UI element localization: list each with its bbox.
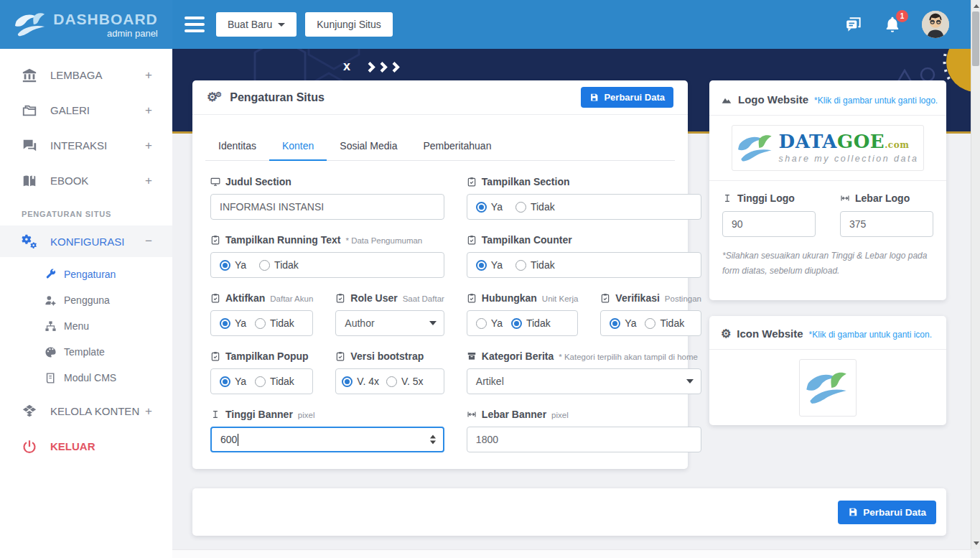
submenu-item-menu[interactable]: Menu — [0, 313, 172, 339]
vertical-scrollbar[interactable] — [971, 0, 980, 549]
arrows-width-icon — [467, 409, 477, 419]
field-tampilkan-section: Tampilkan Section Ya Tidak — [467, 175, 701, 220]
field-lebar-logo: Lebar Logo — [840, 192, 933, 237]
field-tampilkan-popup: Tampilkan Popup Ya Tidak — [210, 350, 313, 394]
lebar-banner-input[interactable] — [467, 427, 701, 452]
radio-icon — [610, 318, 620, 329]
checklist-icon — [467, 293, 477, 303]
submenu-item-pengaturan[interactable]: Pengaturan — [0, 261, 172, 287]
kategori-berita-select[interactable]: Artikel — [467, 368, 701, 394]
tab-konten[interactable]: Konten — [269, 132, 327, 160]
submenu-item-modul-cms[interactable]: Modul CMS — [0, 365, 172, 391]
field-lebar-banner: Lebar Banner pixel — [467, 408, 701, 452]
tinggi-logo-input[interactable] — [722, 211, 816, 237]
radio-option[interactable]: Ya — [476, 201, 503, 213]
scroll-down-arrow[interactable] — [974, 541, 979, 545]
radio-option[interactable]: Ya — [220, 259, 246, 271]
checklist-icon — [210, 351, 220, 361]
expand-icon: + — [145, 68, 152, 83]
field-tinggi-banner: Tinggi Banner pixel 600 — [210, 408, 444, 452]
menu-toggle-icon[interactable] — [185, 13, 206, 36]
text-height-icon — [210, 409, 220, 419]
radio-option[interactable]: Tidak — [511, 317, 551, 329]
gears-icon — [22, 233, 37, 249]
create-new-button[interactable]: Buat Baru — [216, 12, 297, 37]
radio-option[interactable]: Ya — [476, 317, 503, 329]
logo-word-data: DATA — [779, 131, 837, 152]
field-judul-section: Judul Section — [210, 175, 444, 220]
scroll-up-arrow[interactable] — [974, 4, 979, 8]
radio-option[interactable]: Tidak — [255, 376, 294, 387]
settings-tabs: Identitas Konten Sosial Media Pemberitah… — [205, 132, 675, 161]
radio-option[interactable]: V. 5x — [386, 376, 424, 387]
chat-icon — [22, 138, 37, 154]
notifications-bell-icon[interactable]: 1 — [883, 15, 902, 34]
brand-logo[interactable]: DASHBOARD admin panel — [0, 0, 172, 49]
sidebar-item-interaksi[interactable]: INTERAKSI + — [0, 128, 172, 163]
datagoe-bird-icon — [737, 133, 775, 163]
settings-card: ⚙⚙ Pengaturan Situs Perbarui Data Identi… — [192, 80, 688, 469]
radio-icon — [476, 202, 487, 213]
brand-title: DASHBOARD — [53, 11, 158, 27]
tinggi-banner-input[interactable]: 600 — [210, 427, 444, 452]
judul-section-input[interactable] — [210, 194, 444, 220]
radio-option[interactable]: Ya — [476, 259, 503, 271]
site-logo-image[interactable]: DATAGOE.com share my collection data — [732, 125, 924, 171]
radio-option[interactable]: V. 4x — [342, 376, 379, 387]
collapse-icon: − — [145, 234, 152, 248]
field-tampilkan-running-text: Tampilkan Running Text * Data Pengumuman… — [210, 233, 444, 278]
submenu-item-template[interactable]: Template — [0, 339, 172, 365]
gears-icon: ⚙⚙ — [207, 91, 224, 103]
site-icon-image[interactable] — [799, 359, 857, 417]
sidebar-item-keluar[interactable]: KELUAR — [0, 429, 172, 464]
text-height-icon — [722, 193, 732, 203]
radio-icon — [220, 260, 230, 271]
field-role-user: Role User Saat Daftar Author — [335, 292, 444, 336]
checklist-icon — [335, 293, 345, 303]
konten-form: Judul Section Tampilkan Section Ya Tidak… — [192, 161, 688, 452]
radio-option[interactable]: Tidak — [255, 317, 294, 329]
sidebar-section-label: PENGATURAN SITUS — [0, 198, 172, 225]
sidebar-item-lembaga[interactable]: LEMBAGA + — [0, 57, 172, 93]
change-logo-hint: *Klik di gambar untuk ganti logo. — [814, 96, 938, 106]
radio-option[interactable]: Tidak — [515, 259, 555, 271]
tab-pemberitahuan[interactable]: Pemberitahuan — [410, 132, 504, 160]
sidebar-item-kelola-konten[interactable]: KELOLA KONTEN + — [0, 394, 172, 429]
power-icon — [22, 439, 37, 455]
chevron-down-icon — [278, 23, 285, 27]
radio-option[interactable]: Ya — [220, 317, 246, 329]
tab-identitas[interactable]: Identitas — [205, 132, 269, 160]
radio-option[interactable]: Ya — [220, 376, 246, 387]
monitor-icon — [210, 177, 220, 187]
radio-option[interactable]: Tidak — [515, 201, 555, 213]
radio-option[interactable]: Ya — [610, 317, 636, 329]
sidebar-item-galeri[interactable]: GALERI + — [0, 93, 172, 128]
konfigurasi-submenu: Pengaturan Pengguna Menu Template Modul … — [0, 257, 172, 394]
sidebar-item-konfigurasi[interactable]: KONFIGURASI − — [0, 225, 172, 257]
checklist-icon — [600, 293, 610, 303]
logo-suffix: .com — [885, 140, 909, 150]
brand-bird-icon — [14, 11, 47, 37]
messages-icon[interactable] — [844, 15, 863, 34]
number-spinner[interactable] — [430, 435, 436, 445]
tab-sosial-media[interactable]: Sosial Media — [327, 132, 410, 160]
submenu-item-pengguna[interactable]: Pengguna — [0, 287, 172, 313]
lebar-logo-input[interactable] — [840, 211, 933, 237]
radio-option[interactable]: Tidak — [259, 259, 299, 271]
radio-icon — [220, 376, 230, 387]
update-data-button-bottom[interactable]: Perbarui Data — [838, 501, 936, 524]
update-data-button-top[interactable]: Perbarui Data — [581, 87, 673, 108]
dropbox-icon — [22, 404, 37, 419]
scrollbar-thumb[interactable] — [972, 11, 979, 66]
sidebar-item-ebook[interactable]: EBOOK + — [0, 163, 172, 198]
logo-footnote: *Silahkan sesuaikan ukuran Tinggi & Leba… — [721, 248, 935, 279]
role-user-select[interactable]: Author — [335, 310, 444, 336]
visit-site-button[interactable]: Kunjungi Situs — [305, 12, 393, 37]
palette-icon — [45, 346, 57, 358]
radio-option[interactable]: Tidak — [645, 317, 684, 329]
field-verifikasi: Verifikasi Postingan Ya Tidak — [600, 292, 701, 336]
field-hubungkan: Hubungkan Unit Kerja Ya Tidak — [467, 292, 579, 336]
horizontal-scrollbar[interactable] — [172, 549, 971, 558]
card-title: ⚙⚙ Pengaturan Situs — [207, 91, 325, 104]
user-avatar[interactable] — [922, 11, 949, 38]
